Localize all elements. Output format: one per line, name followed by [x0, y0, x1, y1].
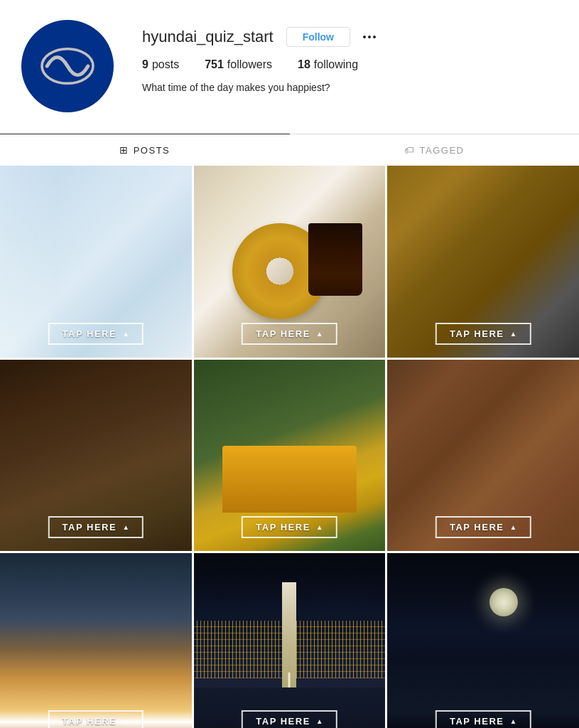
tap-chevron-8: ▲ [316, 717, 323, 725]
grid-icon: ⊞ [119, 144, 129, 156]
donut-decoration [232, 223, 328, 319]
tap-here-overlay-1: TAP HERE ▲ [48, 323, 144, 345]
grid-item-window[interactable]: TAP HERE ▲ [0, 166, 192, 358]
profile-header: hyundai_quiz_start Follow 9 posts 751 fo… [0, 0, 579, 127]
dot-3 [373, 36, 376, 38]
profile-info: hyundai_quiz_start Follow 9 posts 751 fo… [142, 20, 558, 95]
following-stat[interactable]: 18 following [298, 58, 358, 71]
username: hyundai_quiz_start [142, 28, 274, 46]
grid-item-salad[interactable]: TAP HERE ▲ [0, 360, 192, 552]
tap-chevron-6: ▲ [509, 523, 516, 531]
following-count: 18 [298, 58, 310, 71]
tap-here-text-3: TAP HERE [450, 328, 504, 339]
grid-item-city-night[interactable]: TAP HERE ▲ [194, 553, 386, 728]
tap-here-overlay-9: TAP HERE ▲ [435, 710, 531, 728]
avatar-container [21, 20, 114, 112]
tap-here-text-8: TAP HERE [256, 716, 310, 727]
tab-tagged[interactable]: 🏷 TAGGED [290, 134, 580, 166]
tap-here-overlay-6: TAP HERE ▲ [435, 516, 531, 538]
tap-here-text-5: TAP HERE [256, 522, 310, 532]
grid-item-bus[interactable]: TAP HERE ▲ [194, 360, 386, 552]
tap-here-overlay-5: TAP HERE ▲ [242, 516, 337, 538]
tab-posts[interactable]: ⊞ POSTS [0, 134, 290, 166]
posts-grid: TAP HERE ▲ TAP HERE ▲ TAP HERE ▲ TAP HER… [0, 166, 579, 728]
grid-image-sunset [0, 553, 192, 728]
tap-chevron-2: ▲ [316, 330, 323, 338]
grid-item-moon-road[interactable]: TAP HERE ▲ [387, 553, 579, 728]
followers-stat[interactable]: 751 followers [205, 58, 272, 71]
profile-top-row: hyundai_quiz_start Follow [142, 27, 558, 47]
tag-icon: 🏷 [404, 144, 416, 156]
grid-item-sunset[interactable]: TAP HERE ▲ [0, 553, 192, 728]
dot-2 [368, 36, 371, 38]
tap-chevron-5: ▲ [316, 523, 323, 531]
bio: What time of the day makes you happiest? [142, 81, 558, 95]
posts-label: posts [152, 58, 179, 71]
moon-decoration [489, 588, 518, 616]
tap-here-text-2: TAP HERE [256, 328, 310, 339]
tap-here-overlay-3: TAP HERE ▲ [435, 323, 531, 345]
posts-count: 9 [142, 58, 148, 71]
following-label: following [314, 58, 358, 71]
tap-chevron-9: ▲ [509, 717, 516, 725]
tap-chevron-3: ▲ [509, 330, 516, 338]
tap-chevron-4: ▲ [122, 523, 129, 531]
followers-label: followers [227, 58, 272, 71]
tab-tagged-label: TAGGED [420, 145, 465, 156]
tap-here-overlay-2: TAP HERE ▲ [242, 323, 337, 345]
tap-here-text-7: TAP HERE [63, 716, 117, 727]
tab-posts-label: POSTS [134, 145, 171, 156]
dot-1 [363, 36, 366, 38]
grid-image-city-night [194, 553, 386, 728]
grid-item-food-table[interactable]: TAP HERE ▲ [387, 360, 579, 552]
tower-decoration [282, 582, 296, 687]
coffee-cup-decoration [308, 223, 362, 296]
tap-here-overlay-7: TAP HERE ▲ [48, 710, 144, 728]
followers-count: 751 [205, 58, 224, 71]
tap-chevron-1: ▲ [122, 330, 129, 338]
city-lights-decoration [194, 621, 386, 678]
avatar [21, 20, 114, 112]
tabs-container: ⊞ POSTS 🏷 TAGGED [0, 134, 579, 166]
bus-decoration [222, 446, 357, 513]
posts-stat: 9 posts [142, 58, 179, 71]
stats-row: 9 posts 751 followers 18 following [142, 58, 558, 71]
tap-here-overlay-4: TAP HERE ▲ [48, 516, 144, 538]
grid-image-moon-road [387, 553, 579, 728]
tap-here-overlay-8: TAP HERE ▲ [242, 710, 337, 728]
more-options-button[interactable] [363, 36, 376, 38]
tap-here-text-6: TAP HERE [450, 522, 504, 532]
follow-button[interactable]: Follow [286, 27, 350, 47]
tap-here-text-1: TAP HERE [63, 328, 117, 339]
grid-item-donut[interactable]: TAP HERE ▲ [194, 166, 386, 358]
tower-top-decoration [288, 673, 291, 688]
tap-here-text-9: TAP HERE [450, 716, 504, 727]
tap-chevron-7: ▲ [122, 717, 129, 725]
tap-here-text-4: TAP HERE [63, 522, 117, 532]
grid-item-headphones[interactable]: TAP HERE ▲ [387, 166, 579, 358]
